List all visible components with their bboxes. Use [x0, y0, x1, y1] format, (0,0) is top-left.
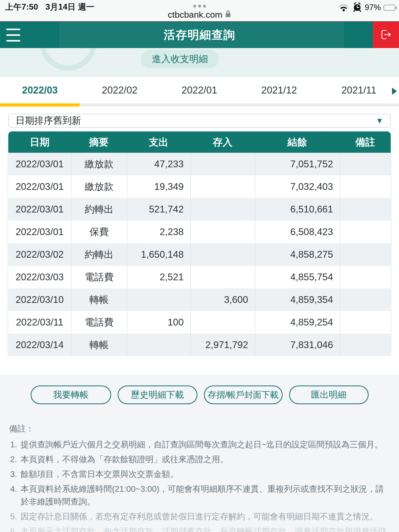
cell-summary: 電話費: [71, 311, 127, 334]
cell-note: [340, 334, 391, 356]
sort-order-label: 日期排序舊到新: [16, 114, 81, 127]
notes-title: 備註：: [9, 422, 390, 435]
enter-income-expense-button[interactable]: 進入收支明細: [141, 50, 219, 68]
cell-withdrawal: 100: [127, 311, 190, 334]
cell-date: 2022/03/01: [8, 175, 71, 198]
cell-summary: 轉帳: [71, 334, 127, 356]
cell-balance: 4,859,354: [255, 288, 340, 311]
cell-note: [340, 198, 391, 221]
cell-note: [340, 266, 391, 288]
note-item: 本頁資料，不得做為「存款餘額證明」或往來憑證之用。: [9, 453, 390, 466]
table-header-row: 日期 摘要 支出 存入 結餘 備註: [8, 131, 391, 153]
table-header-cell: 日期: [8, 136, 71, 149]
cell-withdrawal: [127, 288, 190, 311]
table-header-cell: 備註: [340, 136, 391, 149]
cell-deposit: [190, 221, 255, 243]
cell-balance: 4,855,754: [255, 266, 340, 288]
cell-deposit: [190, 153, 255, 175]
hero-strip: 進入收支明細: [0, 48, 399, 77]
cell-summary: 約轉出: [71, 198, 127, 221]
month-tab-label: 2022/02: [102, 85, 137, 96]
cell-summary: 繳放款: [71, 175, 127, 198]
cell-note: [340, 153, 391, 175]
transactions-table: 日期 摘要 支出 存入 結餘 備註 2022/03/01 繳放款 47,233 …: [8, 131, 391, 356]
cell-balance: 6,508,423: [255, 221, 340, 243]
table-row[interactable]: 2022/03/02 約轉出 1,650,148 4,858,275: [8, 243, 391, 266]
cell-withdrawal: 47,233: [127, 153, 190, 175]
cell-summary: 繳放款: [71, 153, 127, 175]
cell-summary: 約轉出: [71, 243, 127, 266]
table-row[interactable]: 2022/03/01 保費 2,238 6,508,423: [8, 221, 391, 243]
table-header-cell: 存入: [190, 136, 255, 149]
cell-date: 2022/03/02: [8, 243, 71, 266]
decorative-ring: [39, 48, 97, 71]
table-row[interactable]: 2022/03/10 轉帳 3,600 4,859,354: [8, 288, 391, 311]
cell-balance: 7,051,752: [255, 153, 340, 175]
month-tab[interactable]: 2022/03: [0, 77, 80, 103]
table-row[interactable]: 2022/03/01 約轉出 521,742 6,510,661: [8, 198, 391, 221]
cell-withdrawal: 2,521: [127, 266, 190, 288]
cell-withdrawal: 2,238: [127, 221, 190, 243]
cell-withdrawal: 521,742: [127, 198, 190, 221]
cell-date: 2022/03/10: [8, 288, 71, 311]
cell-date: 2022/03/11: [8, 311, 71, 334]
cell-deposit: [190, 311, 255, 334]
table-row[interactable]: 2022/03/01 繳放款 47,233 7,051,752: [8, 153, 391, 175]
notes-section: 備註： 提供查詢帳戶近六個月之交易明細，自訂查詢區間每次查詢之起日~迄日的設定區…: [9, 422, 390, 532]
month-tab[interactable]: 2022/02: [80, 77, 159, 103]
cell-withdrawal: [127, 334, 190, 356]
banking-detail-page: 上午7:503月14日 週一: [0, 0, 399, 532]
cell-note: [340, 288, 391, 311]
cell-withdrawal: 19,349: [127, 175, 190, 198]
action-button[interactable]: 匯出明細: [289, 385, 369, 404]
app-header: 活存明細查詢: [0, 22, 399, 48]
month-tabs: 2022/03 2022/02 2022/01 2021/12 2021/11: [0, 77, 399, 107]
table-header-cell: 支出: [127, 136, 190, 149]
month-tab-label: 2022/01: [182, 85, 217, 96]
action-button[interactable]: 歷史明細下載: [118, 385, 197, 404]
note-item: 因定存計息日關係，若您有定存利息或曾於假日進行定存解約，可能會有明細日期不連貫之…: [9, 510, 390, 523]
month-tab[interactable]: 2022/01: [159, 77, 239, 103]
cell-deposit: [190, 243, 255, 266]
logout-icon: [379, 28, 393, 42]
url-text: ctbcbank.com: [168, 10, 222, 20]
cell-note: [340, 243, 391, 266]
note-item: 本頁資料於系統維護時間(21:00~3:00)，可能會有明細順序不連貫、重複列示…: [9, 483, 390, 508]
cell-summary: 轉帳: [71, 288, 127, 311]
action-button[interactable]: 存摺/帳戶封面下載: [204, 385, 283, 404]
address-bar[interactable]: ctbcbank.com: [0, 10, 399, 20]
next-month-arrow-icon[interactable]: [392, 88, 397, 95]
table-row[interactable]: 2022/03/01 繳放款 19,349 7,032,403: [8, 175, 391, 198]
dropdown-caret-icon: ▼: [376, 116, 383, 125]
cell-balance: 4,859,254: [255, 311, 340, 334]
cell-date: 2022/03/01: [8, 221, 71, 243]
cell-note: [340, 311, 391, 334]
month-tab-label: 2021/11: [341, 85, 376, 96]
sort-order-select[interactable]: 日期排序舊到新 ▼: [8, 114, 391, 128]
cell-balance: 7,831,046: [255, 334, 340, 356]
lock-icon: [225, 10, 231, 20]
month-tab[interactable]: 2021/12: [239, 77, 319, 103]
cell-deposit: [190, 175, 255, 198]
action-button[interactable]: 我要轉帳: [31, 385, 111, 404]
logout-button[interactable]: [373, 22, 399, 48]
table-row[interactable]: 2022/03/11 電話費 100 4,859,254: [8, 311, 391, 334]
note-item: 本頁所示之活期存款，包含活期存款、活期儲蓄存款、薪資轉帳活期存款、證券活期存款與…: [9, 525, 390, 532]
cell-withdrawal: 1,650,148: [127, 243, 190, 266]
table-row[interactable]: 2022/03/03 電話費 2,521 4,855,754: [8, 266, 391, 288]
cell-note: [340, 175, 391, 198]
cell-balance: 6,510,661: [255, 198, 340, 221]
notes-list: 提供查詢帳戶近六個月之交易明細，自訂查詢區間每次查詢之起日~迄日的設定區間預設為…: [9, 438, 390, 532]
spacer: [0, 356, 399, 375]
cell-deposit: [190, 266, 255, 288]
cell-date: 2022/03/03: [8, 266, 71, 288]
bottom-section: 我要轉帳 歷史明細下載 存摺/帳戶封面下載 匯出明細 備註： 提供查詢帳戶近六個…: [0, 375, 399, 532]
cell-summary: 保費: [71, 221, 127, 243]
cell-summary: 電話費: [71, 266, 127, 288]
cell-deposit: [190, 198, 255, 221]
cell-balance: 7,032,403: [255, 175, 340, 198]
note-item: 提供查詢帳戶近六個月之交易明細，自訂查詢區間每次查詢之起日~迄日的設定區間預設為…: [9, 438, 390, 451]
note-item: 餘額項目，不含當日本交票與次交票金額。: [9, 468, 390, 481]
month-tab[interactable]: 2021/11: [319, 77, 399, 103]
table-row[interactable]: 2022/03/14 轉帳 2,971,792 7,831,046: [8, 334, 391, 356]
